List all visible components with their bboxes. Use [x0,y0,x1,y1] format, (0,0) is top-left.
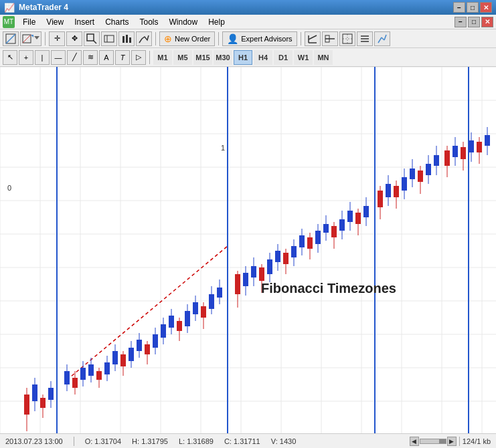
horizontal-line-tool[interactable]: — [51,50,66,65]
text-tool[interactable]: A [99,50,114,65]
line-chart-button[interactable] [136,31,152,46]
toolbar1: ✛ ✥ ⊕ New Order 👤 Expert Advisors [0,29,496,48]
tf-m5[interactable]: M5 [173,50,192,65]
title-bar-controls: − □ ✕ [453,2,492,13]
svg-marker-5 [34,36,39,39]
close-button[interactable]: ✕ [480,2,492,13]
svg-rect-18 [343,34,352,43]
menu-view[interactable]: View [41,16,69,28]
inner-restore-button[interactable]: □ [468,17,480,27]
expert-advisors-button[interactable]: 👤 Expert Advisors [222,31,297,46]
expert-icon: 👤 [227,33,238,44]
status-right: ◀ ▶ 124/1 kb [410,437,491,446]
svg-line-1 [6,34,15,43]
toolbar2: ↖ + | — ╱ ≋ A T ▷ M1 M5 M15 M30 H1 H4 D1… [0,48,496,67]
move-button[interactable]: ✥ [66,31,82,46]
inner-minimize-button[interactable]: − [454,17,467,27]
svg-line-25 [382,37,384,40]
menu-help[interactable]: Help [203,16,230,28]
trade-history-button[interactable] [305,31,321,46]
scroll-right-btn[interactable]: ▶ [447,437,457,446]
menu-charts[interactable]: Charts [100,16,134,28]
zoom-in-button[interactable] [84,31,100,46]
trendline-tool[interactable]: ╱ [67,50,82,65]
fib-label-0: 0 [7,184,11,192]
status-file-info: 124/1 kb [463,437,491,445]
svg-rect-6 [87,34,94,41]
zoom-out-button[interactable] [322,31,338,46]
expert-advisors-label: Expert Advisors [241,35,292,43]
svg-rect-11 [126,35,128,43]
arrow-tool[interactable]: ▷ [131,50,146,65]
status-bar: 2013.07.23 13:00 O: 1.31704 H: 1.31795 L… [0,433,496,448]
menu-bar: MT File View Insert Charts Tools Window … [0,15,496,29]
crosshair-button[interactable]: ✛ [49,31,65,46]
status-datetime: 2013.07.23 13:00 [5,437,63,445]
new-order-button[interactable]: ⊕ New Order [159,31,215,46]
status-volume: V: 1430 [271,437,297,445]
chart-container: 0 1 Fibonacci Timezones [0,67,496,433]
title-bar: 📈 MetaTrader 4 − □ ✕ [0,0,496,15]
maximize-button[interactable]: □ [467,2,479,13]
status-close: C: 1.31711 [224,437,260,445]
toolbar2-separator [149,51,150,64]
status-low: L: 1.31689 [179,437,214,445]
tf-m30[interactable]: M30 [214,50,232,65]
period-sep-button[interactable] [101,31,117,46]
templates-button[interactable] [20,31,42,46]
menu-insert[interactable]: Insert [69,16,100,28]
svg-rect-8 [104,35,114,42]
properties-button[interactable] [357,31,373,46]
menu-file[interactable]: File [17,16,41,28]
toolbar-separator-4 [301,32,301,45]
fib-label-1: 1 [221,144,225,152]
menu-window[interactable]: Window [164,16,203,28]
channel-tool[interactable]: ≋ [83,50,98,65]
svg-line-4 [23,35,31,43]
svg-marker-3 [31,35,33,37]
cross-tool[interactable]: + [19,50,33,65]
cursor-tool[interactable]: ↖ [3,50,17,65]
status-open: O: 1.31704 [85,437,121,445]
bar-chart-button[interactable] [118,31,135,46]
menu-tools[interactable]: Tools [135,16,164,28]
toolbar-separator-3 [218,32,219,45]
tf-m1[interactable]: M1 [153,50,172,65]
new-order-icon: ⊕ [164,33,172,44]
title-bar-title: MetaTrader 4 [19,3,68,12]
new-order-label: New Order [175,35,210,43]
title-bar-left: 📈 MetaTrader 4 [4,3,68,13]
svg-line-24 [378,37,382,43]
svg-line-26 [384,35,386,40]
svg-rect-12 [129,37,131,43]
toolbar-separator-2 [155,32,156,45]
tf-mn[interactable]: MN [314,50,333,65]
zoom-chart-button[interactable] [339,31,355,46]
status-sep-2 [459,437,460,446]
scroll-left-btn[interactable]: ◀ [410,437,419,446]
indicators-button[interactable] [374,31,390,46]
text-label-tool[interactable]: T [115,50,130,65]
svg-line-7 [93,40,96,43]
svg-line-15 [309,35,317,39]
tf-w1[interactable]: W1 [294,50,313,65]
vertical-line-tool[interactable]: | [35,50,50,65]
inner-close-button[interactable]: ✕ [481,17,493,27]
tf-h1[interactable]: H1 [234,50,252,65]
status-high: H: 1.31795 [132,437,168,445]
svg-rect-10 [122,36,125,43]
tf-h4[interactable]: H4 [254,50,272,65]
tf-d1[interactable]: D1 [274,50,293,65]
app-logo-icon: 📈 [4,3,15,13]
new-chart-button[interactable] [3,31,19,46]
tf-m15[interactable]: M15 [193,50,212,65]
minimize-button[interactable]: − [453,2,465,13]
status-sep-1 [74,437,74,446]
chart-canvas[interactable] [0,67,496,433]
app-icon: MT [3,16,15,28]
toolbar-separator [45,32,46,45]
